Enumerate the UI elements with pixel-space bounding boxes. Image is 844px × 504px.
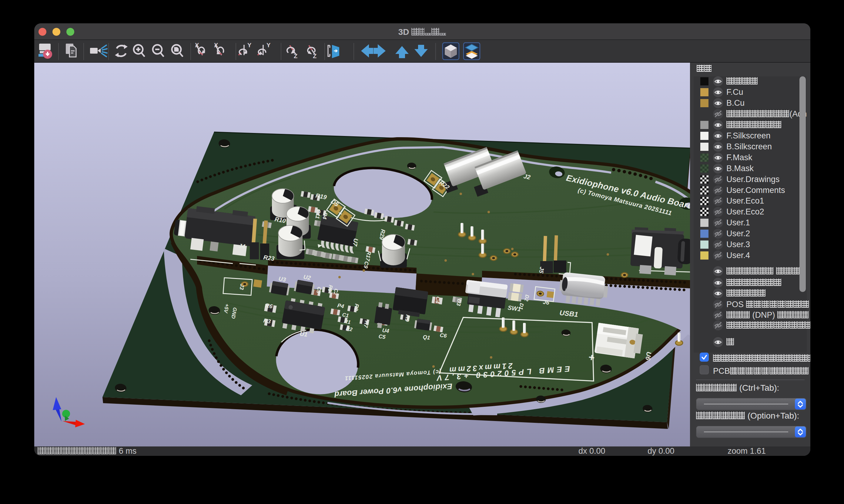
svg-text:U3: U3 <box>278 275 287 283</box>
svg-text:U4: U4 <box>382 327 390 334</box>
svg-text:R1: R1 <box>344 318 351 325</box>
svg-text:C3: C3 <box>315 286 322 294</box>
svg-text:R3: R3 <box>263 317 271 325</box>
svg-text:C4: C4 <box>434 296 442 304</box>
svg-text:R9: R9 <box>404 314 411 322</box>
svg-text:R5: R5 <box>327 284 334 292</box>
svg-text:R2: R2 <box>345 326 353 332</box>
svg-text:P4: P4 <box>337 302 344 309</box>
svg-text:Z: Z <box>313 53 316 59</box>
svg-text:Y: Y <box>266 42 271 49</box>
svg-text:C2: C2 <box>332 288 339 295</box>
svg-text:J2: J2 <box>523 173 531 181</box>
svg-text:D3: D3 <box>455 298 463 306</box>
svg-text:R7: R7 <box>363 320 370 328</box>
svg-text:X: X <box>195 42 199 49</box>
svg-text:J3: J3 <box>239 283 245 290</box>
svg-text:C9: C9 <box>363 261 370 269</box>
svg-text:C5: C5 <box>378 333 386 340</box>
svg-text:R6: R6 <box>265 302 273 309</box>
svg-text:Z: Z <box>294 53 297 59</box>
svg-text:J5: J5 <box>538 266 545 274</box>
svg-text:Y: Y <box>247 42 252 49</box>
svg-text:J6: J6 <box>542 299 550 306</box>
svg-text:J4: J4 <box>238 242 245 250</box>
svg-text:R8: R8 <box>353 303 360 311</box>
svg-text:D2: D2 <box>523 294 530 302</box>
svg-text:D4: D4 <box>321 212 329 220</box>
svg-text:C1: C1 <box>342 312 349 318</box>
svg-text:U7: U7 <box>351 238 359 247</box>
svg-text:U6: U6 <box>644 351 653 361</box>
svg-text:Q1: Q1 <box>422 334 430 341</box>
svg-text:U2: U2 <box>303 273 311 281</box>
svg-text:D1: D1 <box>518 303 524 310</box>
svg-text:U1: U1 <box>299 330 308 338</box>
svg-text:C6: C6 <box>439 332 447 339</box>
